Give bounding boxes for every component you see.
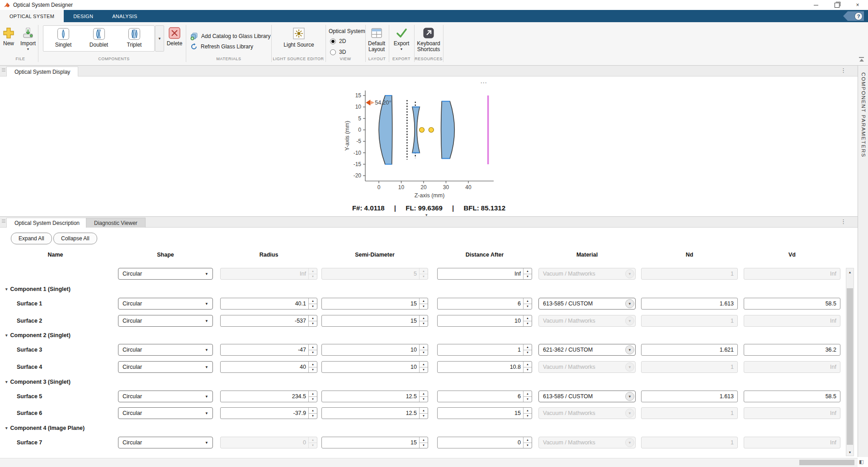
spin-up-icon[interactable]: ▲ [524, 315, 532, 321]
refresh-glass-library-button[interactable]: Refresh Glass Library [190, 43, 253, 51]
shape-select[interactable]: Circular▼ [118, 391, 213, 402]
spinner-buttons[interactable]: ▲▼ [419, 437, 428, 448]
radius-input[interactable]: -37.9▲▼ [220, 407, 317, 419]
spinner-buttons[interactable]: ▲▼ [308, 298, 317, 309]
spin-up-icon[interactable]: ▲ [309, 315, 317, 321]
semi-diameter-input[interactable]: 15▲▼ [321, 437, 428, 448]
component-group-header[interactable]: ▾Component 3 (Singlet) [5, 378, 71, 386]
spinner-buttons[interactable]: ▲▼ [419, 298, 428, 309]
scroll-up-icon[interactable]: ▲ [846, 268, 854, 276]
spin-down-icon[interactable]: ▼ [420, 350, 428, 356]
nd-input[interactable]: 1.621 [641, 344, 738, 356]
spinner-buttons[interactable]: ▲▼ [523, 437, 532, 448]
dropdown-arrow-icon[interactable]: ▼ [625, 345, 634, 354]
spin-up-icon[interactable]: ▲ [420, 344, 428, 350]
spinner-buttons[interactable]: ▲▼ [419, 362, 428, 372]
dropdown-arrow-icon[interactable]: ▼ [205, 302, 212, 306]
spin-up-icon[interactable]: ▲ [420, 408, 428, 414]
vd-input[interactable]: 58.5 [744, 298, 840, 310]
spin-down-icon[interactable]: ▼ [524, 304, 532, 310]
default-layout-button[interactable]: Default Layout [365, 27, 388, 52]
distance-after-input[interactable]: 10▲▼ [437, 315, 532, 327]
spin-down-icon[interactable]: ▼ [309, 304, 317, 310]
spinner-buttons[interactable]: ▲▼ [523, 344, 532, 355]
spinner-buttons[interactable]: ▲▼ [523, 391, 532, 402]
panel-drag-handle[interactable] [2, 219, 5, 223]
spin-down-icon[interactable]: ▼ [524, 443, 532, 448]
shape-select[interactable]: Circular▼ [118, 407, 213, 419]
tab-design[interactable]: DESIGN [64, 10, 103, 22]
distance-after-input[interactable]: 6▲▼ [437, 298, 532, 310]
new-button[interactable]: New [0, 27, 17, 47]
spin-up-icon[interactable]: ▲ [524, 344, 532, 350]
radius-input[interactable]: 40.1▲▼ [220, 298, 317, 310]
spinner-buttons[interactable]: ▲▼ [419, 315, 428, 326]
component-group-header[interactable]: ▾Component 4 (Image Plane) [5, 424, 85, 432]
spin-down-icon[interactable]: ▼ [524, 397, 532, 402]
spin-down-icon[interactable]: ▼ [420, 397, 428, 402]
doublet-button[interactable]: Doublet [84, 28, 114, 51]
spin-down-icon[interactable]: ▼ [309, 350, 317, 356]
gallery-dropdown-button[interactable]: ▼ [155, 25, 164, 52]
restore-button[interactable] [826, 0, 847, 10]
vertical-scroll-thumb[interactable] [847, 288, 853, 445]
scroll-down-icon[interactable]: ▼ [846, 448, 854, 456]
spin-up-icon[interactable]: ▲ [524, 298, 532, 304]
spin-down-icon[interactable]: ▼ [524, 414, 532, 419]
shape-select[interactable]: Circular▼ [118, 437, 213, 448]
spin-down-icon[interactable]: ▼ [420, 414, 428, 419]
radius-input[interactable]: 40▲▼ [220, 361, 317, 373]
tab-analysis[interactable]: ANALYSIS [103, 10, 146, 22]
spinner-buttons[interactable]: ▲▼ [523, 408, 532, 419]
spin-up-icon[interactable]: ▲ [524, 362, 532, 367]
dropdown-arrow-icon[interactable]: ▼ [205, 411, 212, 415]
collapse-triangle-icon[interactable]: ▾ [5, 333, 8, 338]
semi-diameter-input[interactable]: 12.5▲▼ [321, 407, 428, 419]
delete-button[interactable]: Delete [164, 27, 185, 47]
spin-up-icon[interactable]: ▲ [420, 298, 428, 304]
radius-input[interactable]: 234.5▲▼ [220, 391, 317, 402]
minimize-button[interactable] [806, 0, 826, 10]
collapse-triangle-icon[interactable]: ▾ [5, 380, 8, 384]
distance-after-input[interactable]: 1▲▼ [437, 344, 532, 356]
spin-up-icon[interactable]: ▲ [524, 268, 532, 274]
vd-input[interactable]: 36.2 [744, 344, 840, 356]
radius-input[interactable]: -537▲▼ [220, 315, 317, 327]
distance-after-input[interactable]: 15▲▼ [437, 407, 532, 419]
spinner-buttons[interactable]: ▲▼ [523, 362, 532, 372]
spinner-buttons[interactable]: ▲▼ [419, 408, 428, 419]
triplet-button[interactable]: Triplet [119, 28, 150, 51]
component-parameters-strip[interactable]: COMPONENT PARAMETERS [858, 66, 868, 457]
import-button[interactable]: Import ▼ [17, 27, 39, 51]
material-select[interactable]: 621-362 / CUSTOM▼ [538, 344, 636, 356]
panel-menu-icon[interactable]: ⋮ [840, 67, 847, 74]
export-button[interactable]: Export ▼ [390, 27, 413, 51]
spinner-buttons[interactable]: ▲▼ [419, 344, 428, 355]
semi-diameter-input[interactable]: 10▲▼ [321, 361, 428, 373]
spin-down-icon[interactable]: ▼ [524, 350, 532, 356]
spin-up-icon[interactable]: ▲ [524, 391, 532, 397]
tab-optical-system-display[interactable]: Optical System Display [6, 67, 78, 77]
spin-up-icon[interactable]: ▲ [309, 362, 317, 367]
spin-up-icon[interactable]: ▲ [309, 344, 317, 350]
spin-down-icon[interactable]: ▼ [524, 367, 532, 373]
dropdown-arrow-icon[interactable]: ▼ [205, 365, 212, 369]
dropdown-arrow-icon[interactable]: ▼ [205, 348, 212, 352]
spinner-buttons[interactable]: ▲▼ [308, 362, 317, 372]
radius-input[interactable]: -47▲▼ [220, 344, 317, 356]
nd-input[interactable]: 1.613 [641, 298, 738, 310]
spin-down-icon[interactable]: ▼ [524, 321, 532, 327]
spin-up-icon[interactable]: ▲ [309, 391, 317, 397]
distance-after-input[interactable]: Inf▲▼ [437, 268, 532, 280]
shape-select[interactable]: Circular▼ [118, 344, 213, 356]
tab-diagnostic-viewer[interactable]: Diagnostic Viewer [86, 218, 146, 228]
spin-down-icon[interactable]: ▼ [420, 304, 428, 310]
spinner-buttons[interactable]: ▲▼ [523, 268, 532, 279]
spin-up-icon[interactable]: ▲ [420, 391, 428, 397]
collapse-ribbon-button[interactable] [858, 57, 865, 63]
dropdown-arrow-icon[interactable]: ▼ [205, 441, 212, 445]
radio-3d[interactable]: 3D [330, 49, 346, 55]
keyboard-shortcuts-button[interactable]: Keyboard Shortcuts [414, 27, 443, 52]
material-select[interactable]: 613-585 / CUSTOM▼ [538, 391, 636, 402]
spinner-buttons[interactable]: ▲▼ [308, 315, 317, 326]
